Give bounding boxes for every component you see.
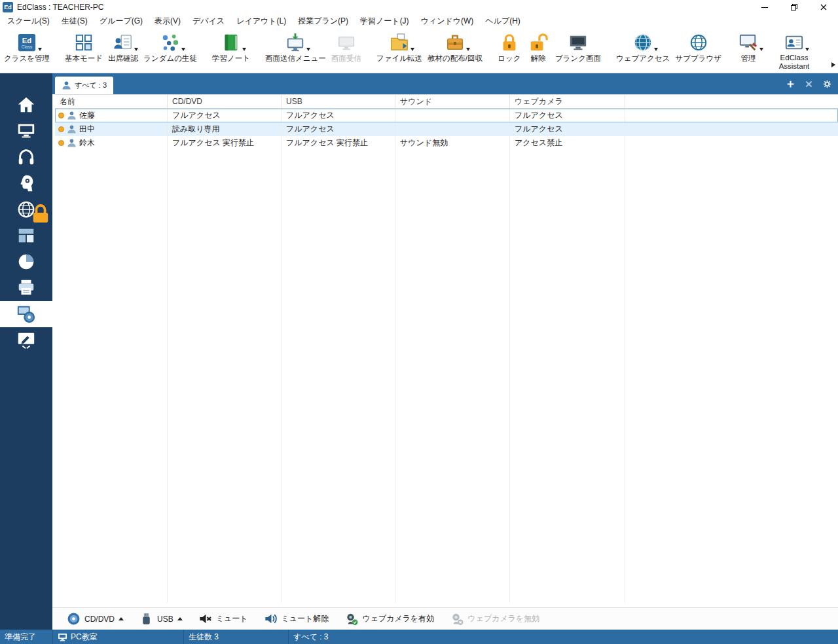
sidebar-item-whiteboard[interactable] [0,327,52,353]
column-header-name[interactable]: 名前 [55,95,168,108]
up-arrow-icon[interactable] [118,617,124,620]
usb-icon [139,612,153,626]
attendance-icon [111,31,135,53]
status-count-text: 生徒数 3 [189,632,219,643]
minimize-button[interactable] [750,0,779,14]
manage-class-button[interactable]: EdClass クラスを管理 [1,30,52,65]
table-row[interactable]: 佐藤 フルアクセス フルアクセス フルアクセス [55,109,838,122]
cddvd-action-button[interactable]: CD/DVD [59,609,132,629]
webcam-disable-button: ウェブカメラを無効 [442,609,547,629]
dropdown-arrow-icon[interactable] [134,48,138,51]
lock-button[interactable]: ロック [495,30,524,65]
usb-action-button[interactable]: USB [132,609,191,629]
tab-bar: すべて : 3 [52,73,838,94]
status-student-count: 生徒数 3 [183,630,288,644]
dropdown-arrow-icon[interactable] [759,48,763,51]
dropdown-arrow-icon[interactable] [181,48,185,51]
mute-button[interactable]: ミュート [191,609,256,629]
status-bar: 準備完了 PC教室 生徒数 3 すべて : 3 [0,630,838,644]
random-student-button[interactable]: ランダムの生徒 [141,30,200,65]
dropdown-arrow-icon[interactable] [242,48,246,51]
empty-column [168,150,282,603]
add-tab-icon[interactable] [786,80,795,88]
menu-help[interactable]: ヘルプ(H) [479,16,526,27]
sub-browser-button[interactable]: サブブラウザ [672,30,724,65]
device-control-icon [16,304,36,324]
manage-button[interactable]: 管理 [734,30,763,65]
assistant-button[interactable]: EdClass Assistant [773,30,816,72]
toolbar-overflow-icon[interactable] [831,62,835,67]
webcam-cell: アクセス禁止 [510,136,625,150]
menu-view[interactable]: 表示(V) [149,16,187,27]
distribute-collect-icon [443,31,467,53]
menu-school[interactable]: スクール(S) [1,16,56,27]
dropdown-arrow-icon[interactable] [805,48,809,51]
toolbar-label: クラスを管理 [4,54,50,63]
tab-settings-gear-icon[interactable] [823,80,831,88]
journal-icon [219,31,243,53]
sound-cell [395,109,510,122]
restore-button[interactable] [779,0,809,14]
manage-icon [737,31,760,53]
screen-send-menu-button[interactable]: 画面送信メニュー [263,30,329,65]
sidebar-item-home[interactable] [0,92,52,118]
empty-column [282,150,395,603]
menu-student[interactable]: 生徒(S) [56,16,94,27]
close-button[interactable] [809,0,838,14]
column-header-webcam[interactable]: ウェブカメラ [510,95,625,108]
up-arrow-icon[interactable] [177,617,183,620]
menu-group[interactable]: グループ(G) [94,16,149,27]
name-cell: 佐藤 [55,109,168,122]
table-row[interactable]: 鈴木 フルアクセス 実行禁止 フルアクセス 実行禁止 サウンド無効 アクセス禁止 [55,136,838,150]
table-row[interactable]: 田中 読み取り専用 フルアクセス フルアクセス [55,122,838,136]
sidebar-item-devices[interactable] [0,301,52,327]
sidebar-item-audio[interactable] [0,144,52,170]
empty-column [55,150,168,603]
sidebar-item-chart[interactable] [0,249,52,275]
menu-journal[interactable]: 学習ノート(J) [354,16,415,27]
menu-device[interactable]: デバイス [187,16,230,27]
dropdown-arrow-icon[interactable] [306,48,310,51]
tab-all-students[interactable]: すべて : 3 [55,77,113,94]
toolbar-label: サブブラウザ [675,54,721,63]
student-name: 鈴木 [79,137,95,149]
web-access-button[interactable]: ウェブアクセス [613,30,672,65]
webcam-enable-button[interactable]: ウェブカメラを有効 [337,609,442,629]
distribute-collect-button[interactable]: 教材の配布/回収 [425,30,485,65]
unmute-button[interactable]: ミュート解除 [256,609,337,629]
column-header-sound[interactable]: サウンド [395,95,510,108]
table-empty-area [55,150,838,603]
file-transfer-button[interactable]: ファイル転送 [374,30,425,65]
close-tab-icon[interactable] [805,80,813,88]
sidebar-item-monitor[interactable] [0,118,52,144]
unlock-button[interactable]: 解除 [524,30,553,65]
attendance-button[interactable]: 出席確認 [105,30,141,65]
menu-lesson-plan[interactable]: 授業プラン(P) [292,16,354,27]
sidebar-item-thinking[interactable] [0,170,52,196]
column-header-cddvd[interactable]: CD/DVD [168,95,282,108]
column-header-usb[interactable]: USB [282,95,395,108]
dropdown-arrow-icon[interactable] [654,48,658,51]
journal-button[interactable]: 学習ノート [210,30,253,65]
edclass-manage-icon: EdClass [15,31,39,53]
toolbar-label: ファイル転送 [376,54,422,63]
dropdown-arrow-icon[interactable] [38,48,42,51]
dropdown-arrow-icon[interactable] [410,48,414,51]
tab-label: すべて : 3 [75,80,107,90]
printer-icon [16,278,36,298]
status-dot-icon [58,140,64,146]
status-room-text: PC教室 [71,632,98,643]
sidebar-item-layout[interactable] [0,223,52,249]
sidebar-item-web[interactable] [0,196,52,223]
menu-layout[interactable]: レイアウト(L) [230,16,292,27]
menu-window[interactable]: ウィンドウ(W) [415,16,480,27]
blank-screen-button[interactable]: ブランク画面 [553,30,604,65]
dropdown-arrow-icon[interactable] [466,48,470,51]
home-icon [16,95,36,115]
basic-mode-button[interactable]: 基本モード [62,30,105,65]
action-label: CD/DVD [84,615,115,624]
sidebar-item-print[interactable] [0,275,52,301]
screen-receive-icon [335,31,358,53]
action-label: ウェブカメラを有効 [362,613,434,624]
action-label: USB [157,615,173,624]
